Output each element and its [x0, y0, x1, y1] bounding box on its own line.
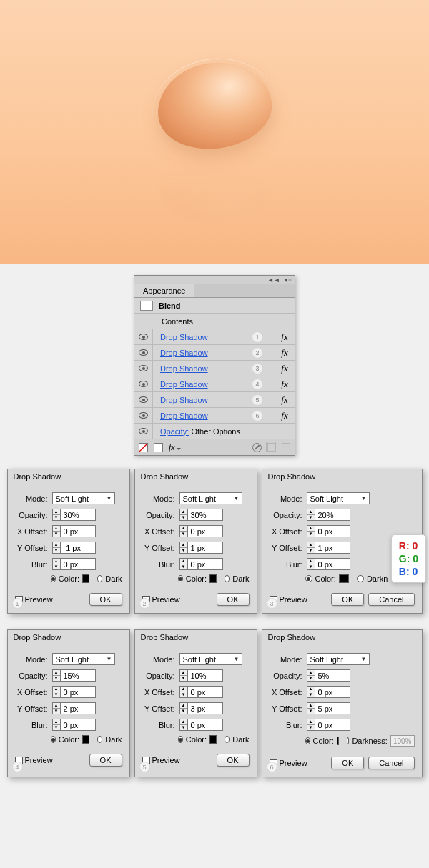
- darkness-radio[interactable]: [225, 736, 230, 743]
- yoffset-input[interactable]: 2 px: [60, 702, 96, 714]
- color-radio[interactable]: [305, 737, 310, 744]
- yoffset-input[interactable]: 5 px: [315, 702, 350, 714]
- effect-row[interactable]: Drop Shadow 3 fx: [134, 361, 295, 376]
- ok-button[interactable]: OK: [331, 757, 364, 769]
- blur-input[interactable]: 0 px: [187, 558, 223, 570]
- darkness-radio[interactable]: [97, 736, 102, 743]
- opacity-label: Opacity:: [270, 672, 307, 680]
- fx-icon[interactable]: fx: [275, 379, 295, 390]
- ok-button[interactable]: OK: [217, 593, 250, 606]
- xoffset-input[interactable]: 0 px: [187, 525, 223, 537]
- eye-icon: [139, 396, 148, 403]
- opacity-input[interactable]: 5%: [315, 669, 350, 682]
- darkness-radio[interactable]: [357, 575, 364, 582]
- fx-icon[interactable]: fx: [275, 363, 295, 374]
- effect-link[interactable]: Drop Shadow: [160, 380, 208, 389]
- opacity-input[interactable]: 30%: [60, 509, 96, 521]
- stroke-icon[interactable]: [154, 443, 163, 452]
- duplicate-icon[interactable]: [267, 443, 276, 452]
- opacity-input[interactable]: 30%: [187, 509, 223, 521]
- ok-button[interactable]: OK: [89, 754, 122, 767]
- mode-select[interactable]: Soft Light: [179, 653, 242, 665]
- blend-row[interactable]: Blend: [134, 298, 295, 314]
- opacity-label: Opacity: Other Options: [153, 427, 295, 436]
- color-swatch[interactable]: [339, 574, 349, 583]
- no-fill-icon[interactable]: [139, 443, 148, 452]
- blur-input[interactable]: 0 px: [60, 719, 96, 731]
- collapse-icon[interactable]: ◄◄: [267, 276, 280, 284]
- yoffset-input[interactable]: 1 px: [187, 542, 223, 554]
- effect-row[interactable]: Drop Shadow 5 fx: [134, 392, 295, 408]
- color-swatch[interactable]: [82, 574, 89, 583]
- color-radio[interactable]: [51, 736, 56, 743]
- effect-link[interactable]: Drop Shadow: [160, 333, 208, 341]
- opacity-input[interactable]: 10%: [187, 669, 223, 682]
- color-radio[interactable]: [305, 575, 312, 582]
- yoffset-input[interactable]: -1 px: [60, 542, 96, 554]
- visibility-toggle[interactable]: [134, 376, 153, 391]
- visibility-toggle[interactable]: [134, 361, 153, 376]
- visibility-toggle[interactable]: [134, 392, 153, 407]
- effect-row[interactable]: Drop Shadow 1 fx: [134, 329, 295, 345]
- effect-link[interactable]: Drop Shadow: [160, 411, 208, 420]
- ok-button[interactable]: OK: [217, 754, 250, 767]
- color-swatch[interactable]: [209, 735, 217, 744]
- effect-link[interactable]: Drop Shadow: [160, 364, 208, 373]
- visibility-toggle[interactable]: [134, 329, 153, 344]
- xoffset-input[interactable]: 0 px: [315, 525, 350, 537]
- tab-appearance[interactable]: Appearance: [134, 284, 194, 297]
- color-radio[interactable]: [178, 575, 183, 582]
- color-radio[interactable]: [178, 736, 183, 743]
- opacity-link[interactable]: Opacity:: [160, 427, 189, 436]
- panel-menu-icon[interactable]: ▾≡: [285, 276, 292, 284]
- color-swatch[interactable]: [82, 735, 89, 744]
- visibility-toggle[interactable]: [134, 345, 153, 360]
- yoffset-input[interactable]: 1 px: [315, 542, 350, 554]
- color-swatch[interactable]: [337, 737, 339, 745]
- ok-button[interactable]: OK: [331, 593, 364, 606]
- xoffset-input[interactable]: 0 px: [315, 686, 350, 698]
- effect-row[interactable]: Drop Shadow 2 fx: [134, 345, 295, 361]
- effect-link[interactable]: Drop Shadow: [160, 349, 208, 357]
- cancel-button[interactable]: Cancel: [368, 593, 414, 606]
- mode-select[interactable]: Soft Light: [307, 653, 370, 665]
- fx-menu-icon[interactable]: fx: [169, 442, 175, 453]
- opacity-row[interactable]: Opacity: Other Options: [134, 424, 295, 439]
- effect-row[interactable]: Drop Shadow 4 fx: [134, 376, 295, 392]
- blur-input[interactable]: 0 px: [187, 719, 223, 731]
- fx-icon[interactable]: fx: [275, 410, 295, 421]
- opacity-input[interactable]: 20%: [315, 509, 350, 521]
- visibility-toggle[interactable]: [134, 424, 153, 439]
- egg-shape: [152, 55, 277, 156]
- blur-input[interactable]: 0 px: [315, 558, 350, 570]
- mode-select[interactable]: Soft Light: [52, 653, 115, 665]
- darkness-radio[interactable]: [347, 737, 349, 744]
- panel-tabs: Appearance: [134, 284, 295, 298]
- xoffset-input[interactable]: 0 px: [60, 525, 96, 537]
- visibility-toggle[interactable]: [134, 408, 153, 423]
- cancel-button[interactable]: Cancel: [368, 757, 414, 769]
- fx-icon[interactable]: fx: [275, 394, 295, 406]
- color-radio[interactable]: [51, 575, 56, 582]
- darkness-radio[interactable]: [97, 575, 102, 582]
- darkness-radio[interactable]: [225, 575, 230, 582]
- xoffset-input[interactable]: 0 px: [60, 686, 96, 698]
- mode-select[interactable]: Soft Light: [179, 492, 242, 504]
- fx-icon[interactable]: fx: [275, 347, 295, 359]
- trash-icon[interactable]: [282, 443, 290, 452]
- opacity-input[interactable]: 15%: [60, 669, 96, 682]
- blur-input[interactable]: 0 px: [60, 558, 96, 570]
- panel-titlebar[interactable]: ◄◄ ▾≡: [134, 276, 295, 284]
- ok-button[interactable]: OK: [89, 593, 122, 606]
- color-swatch[interactable]: [209, 574, 217, 583]
- blur-input[interactable]: 0 px: [315, 719, 350, 731]
- mode-select[interactable]: Soft Light: [52, 492, 115, 504]
- fx-icon[interactable]: fx: [275, 331, 295, 343]
- mode-select[interactable]: Soft Light: [307, 492, 370, 504]
- clear-icon[interactable]: [252, 443, 262, 452]
- xoffset-input[interactable]: 0 px: [187, 686, 223, 698]
- contents-row[interactable]: Contents: [134, 314, 295, 329]
- yoffset-input[interactable]: 3 px: [187, 702, 223, 714]
- effect-link[interactable]: Drop Shadow: [160, 396, 208, 404]
- effect-row[interactable]: Drop Shadow 6 fx: [134, 408, 295, 424]
